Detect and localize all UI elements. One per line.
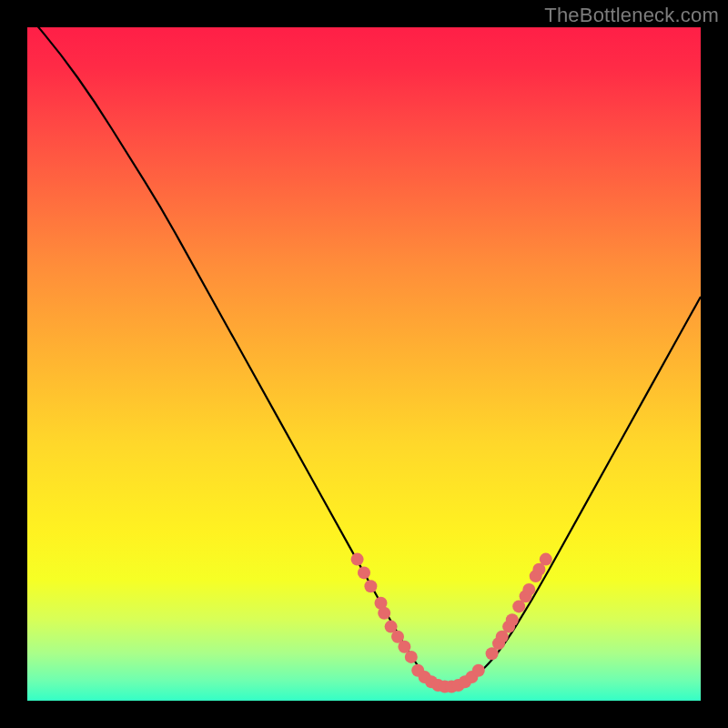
- scatter-dot: [378, 607, 390, 620]
- bottleneck-curve-path: [27, 14, 701, 687]
- scatter-dot: [540, 553, 552, 566]
- scatter-dot: [522, 583, 535, 596]
- scatter-points: [351, 553, 552, 693]
- chart-plot-area: [27, 27, 701, 701]
- scatter-dot: [351, 553, 364, 566]
- chart-svg: [27, 27, 701, 701]
- scatter-dot: [358, 566, 370, 579]
- scatter-dot: [472, 664, 485, 677]
- scatter-dot: [405, 651, 418, 663]
- scatter-dot: [506, 613, 519, 626]
- watermark-text: TheBottleneck.com: [544, 4, 719, 27]
- scatter-dot: [364, 580, 377, 592]
